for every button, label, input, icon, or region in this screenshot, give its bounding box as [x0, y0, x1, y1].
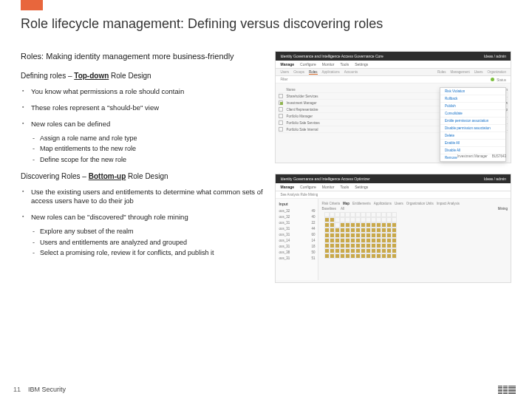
subtab[interactable]: Roles [437, 70, 446, 74]
matrix-cell [345, 243, 350, 248]
list-item[interactable]: ous_31 44 [279, 225, 315, 231]
subtab[interactable]: Roles [309, 70, 318, 75]
grid-tab[interactable]: Map [343, 202, 349, 205]
list-item[interactable]: ous_32 40 [279, 214, 315, 219]
matrix-cell [386, 217, 392, 222]
grid-tab[interactable]: Users [395, 202, 403, 205]
matrix-cell [361, 212, 366, 217]
control[interactable]: All [341, 207, 344, 211]
defining-bullets: You know what permissions a role should … [21, 87, 266, 164]
matrix-cell [392, 217, 397, 222]
matrix-cell [355, 228, 361, 233]
control[interactable]: Mining [498, 207, 508, 211]
menu-item[interactable]: Entitle permission association [440, 117, 505, 125]
menu-item[interactable]: Disable All [440, 147, 505, 154]
sub-item: Explore any subset of the realm [31, 227, 266, 236]
side-title: Input [279, 202, 315, 206]
discovering-prefix: Discovering Roles – [21, 172, 89, 180]
subtab[interactable]: Management [450, 70, 469, 74]
matrix-cell [350, 212, 355, 217]
matrix-cell [330, 228, 335, 233]
checkbox-icon[interactable] [279, 94, 283, 98]
tab[interactable]: Tools [340, 62, 349, 66]
matrix-cell [340, 248, 345, 253]
checkbox-icon[interactable] [279, 120, 283, 125]
tab[interactable]: Configure [300, 185, 316, 189]
discovering-heading: Discovering Roles – Bottom-up Role Desig… [21, 172, 266, 180]
subtab[interactable]: Users [474, 70, 483, 74]
matrix-cell [335, 248, 340, 253]
defining-prefix: Defining roles – [21, 72, 74, 80]
matrix-cell [392, 212, 397, 217]
subtab[interactable]: Applications [322, 70, 340, 74]
matrix-row [324, 217, 508, 222]
subtab[interactable]: Users [280, 70, 289, 74]
tab[interactable]: Monitor [322, 62, 335, 66]
matrix-cell [376, 222, 381, 228]
menu-item[interactable]: Enable All [440, 140, 505, 147]
context-menu: Risk ViolationRollbackPublishConsolidate… [440, 87, 506, 162]
sub-item: Define scope for the new role [31, 155, 266, 165]
matrix-cell [335, 238, 340, 243]
discovering-sub: Explore any subset of the realm Users an… [31, 227, 266, 258]
list-item[interactable]: ous_38 50 [279, 249, 315, 255]
checkbox-icon[interactable] [279, 114, 283, 118]
matrix-cell [340, 253, 345, 259]
matrix-cell [381, 222, 386, 228]
checkbox-icon[interactable] [279, 127, 283, 132]
subtab[interactable]: Organization [487, 70, 506, 74]
menu-item[interactable]: Publish [440, 103, 505, 110]
slide: Role lifecycle management: Defining vers… [0, 0, 532, 399]
tab[interactable]: Settings [355, 62, 368, 66]
grid-area: Risk CriteriaMapEntitlementsApplications… [318, 199, 511, 280]
control[interactable]: Baselines [321, 207, 336, 211]
list-item[interactable]: ous_14 14 [279, 237, 315, 243]
main-tabs: Manage Configure Monitor Tools Settings [276, 61, 511, 69]
main-tabs: Manage Configure Monitor Tools Settings [276, 183, 511, 191]
menu-item[interactable]: Risk Violation [440, 88, 505, 95]
matrix-cell [340, 212, 345, 217]
list-item[interactable]: ous_31 60 [279, 231, 315, 237]
list-item[interactable]: ous_32 49 [279, 208, 315, 214]
tab[interactable]: Configure [300, 62, 316, 66]
menu-item[interactable]: Disable permission association [440, 125, 505, 132]
matrix-cell [350, 228, 355, 233]
grid-tab[interactable]: Impact Analysis [437, 202, 460, 205]
matrix-cell [330, 243, 335, 248]
matrix-cell [350, 233, 355, 238]
mining-panel: Input ous_32 49ous_32 40ous_31 22ous_31 … [276, 199, 511, 280]
tab[interactable]: Settings [355, 185, 368, 189]
grid-tab[interactable]: Risk Criteria [321, 202, 340, 205]
tab[interactable]: Tools [340, 185, 349, 189]
menu-item[interactable]: Rollback [440, 95, 505, 103]
bullet: New roles can be "discovered" through ro… [21, 213, 266, 258]
defining-sub: Assign a role name and role type Map ent… [31, 134, 266, 165]
menu-item[interactable]: Consolidate [440, 110, 505, 117]
matrix-cell [371, 253, 376, 259]
matrix-cell [355, 212, 361, 217]
list-item[interactable]: ous_31 22 [279, 219, 315, 225]
matrix-cell [392, 228, 397, 233]
tab[interactable]: Monitor [322, 185, 335, 189]
matrix-cell [376, 212, 381, 217]
checkbox-icon[interactable] [279, 100, 283, 105]
tab[interactable]: Manage [280, 185, 294, 189]
matrix-cell [330, 222, 335, 228]
tab[interactable]: Manage [280, 62, 294, 66]
grid-tab[interactable]: Applications [374, 202, 392, 205]
grid-tab[interactable]: Organization Units [406, 202, 434, 205]
list-item[interactable]: ous_31 51 [279, 255, 315, 261]
app-title: Identity Governance and Intelligence Acc… [280, 177, 369, 181]
detail-row: Investment Manager BUS7643 [457, 154, 506, 158]
screenshot-governance: Identity Governance and Intelligence Acc… [275, 51, 511, 163]
checkbox-icon[interactable] [279, 107, 283, 112]
heatmap[interactable] [324, 212, 508, 259]
bullet: New roles can be defined Assign a role n… [21, 120, 266, 165]
grid-tab[interactable]: Entitlements [352, 202, 371, 205]
matrix-cell [386, 222, 392, 228]
menu-item[interactable]: Delete [440, 132, 505, 140]
subtab[interactable]: Accounts [344, 70, 358, 74]
subtab[interactable]: Groups [293, 70, 304, 74]
filter-label[interactable]: Filter [280, 78, 287, 81]
list-item[interactable]: ous_31 18 [279, 243, 315, 249]
